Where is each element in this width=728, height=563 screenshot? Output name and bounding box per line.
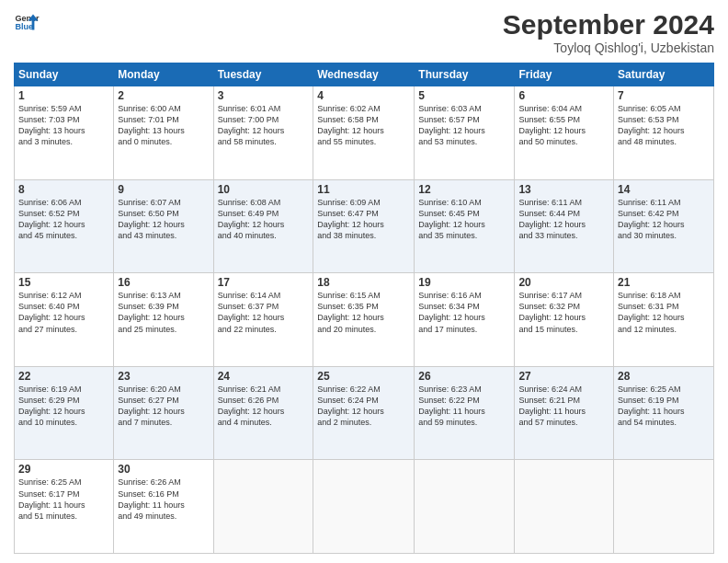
day-cell: 10Sunrise: 6:08 AM Sunset: 6:49 PM Dayli… [213, 179, 313, 273]
day-number: 24 [218, 370, 310, 383]
day-number: 26 [418, 370, 510, 383]
header: General Blue September 2024 Toyloq Qishl… [14, 9, 714, 55]
day-info: Sunrise: 6:11 AM Sunset: 6:44 PM Dayligh… [518, 197, 609, 242]
day-number: 2 [118, 89, 209, 102]
day-number: 27 [518, 370, 609, 383]
day-cell: 9Sunrise: 6:07 AM Sunset: 6:50 PM Daylig… [114, 179, 213, 273]
day-cell: 24Sunrise: 6:21 AM Sunset: 6:26 PM Dayli… [213, 366, 313, 460]
day-cell: 15Sunrise: 6:12 AM Sunset: 6:40 PM Dayli… [15, 273, 114, 367]
day-number: 25 [317, 370, 410, 383]
day-info: Sunrise: 6:03 AM Sunset: 6:57 PM Dayligh… [418, 103, 510, 148]
day-cell: 16Sunrise: 6:13 AM Sunset: 6:39 PM Dayli… [114, 273, 213, 367]
title-block: September 2024 Toyloq Qishlog'i, Uzbekis… [503, 9, 714, 55]
day-number: 1 [18, 89, 109, 102]
day-cell: 4Sunrise: 6:02 AM Sunset: 6:58 PM Daylig… [313, 86, 415, 180]
day-cell: 21Sunrise: 6:18 AM Sunset: 6:31 PM Dayli… [614, 273, 714, 367]
day-cell: 1Sunrise: 5:59 AM Sunset: 7:03 PM Daylig… [15, 86, 114, 180]
day-number: 6 [518, 89, 609, 102]
day-cell: 3Sunrise: 6:01 AM Sunset: 7:00 PM Daylig… [213, 86, 313, 180]
day-info: Sunrise: 6:13 AM Sunset: 6:39 PM Dayligh… [118, 290, 209, 335]
day-number: 5 [418, 89, 510, 102]
weekday-header-friday: Friday [515, 63, 614, 86]
weekday-header-thursday: Thursday [415, 63, 515, 86]
day-cell: 29Sunrise: 6:25 AM Sunset: 6:17 PM Dayli… [15, 460, 114, 554]
day-info: Sunrise: 6:05 AM Sunset: 6:53 PM Dayligh… [618, 103, 710, 148]
weekday-header-sunday: Sunday [15, 63, 114, 86]
day-info: Sunrise: 6:19 AM Sunset: 6:29 PM Dayligh… [18, 384, 109, 429]
day-info: Sunrise: 6:18 AM Sunset: 6:31 PM Dayligh… [618, 290, 710, 335]
day-info: Sunrise: 6:06 AM Sunset: 6:52 PM Dayligh… [18, 197, 109, 242]
day-cell: 2Sunrise: 6:00 AM Sunset: 7:01 PM Daylig… [114, 86, 213, 180]
day-info: Sunrise: 6:23 AM Sunset: 6:22 PM Dayligh… [418, 384, 510, 429]
day-number: 15 [18, 276, 109, 289]
day-cell: 23Sunrise: 6:20 AM Sunset: 6:27 PM Dayli… [114, 366, 213, 460]
day-cell: 22Sunrise: 6:19 AM Sunset: 6:29 PM Dayli… [15, 366, 114, 460]
logo: General Blue [14, 9, 40, 35]
day-info: Sunrise: 6:09 AM Sunset: 6:47 PM Dayligh… [317, 197, 410, 242]
day-info: Sunrise: 6:00 AM Sunset: 7:01 PM Dayligh… [118, 103, 209, 148]
day-cell: 17Sunrise: 6:14 AM Sunset: 6:37 PM Dayli… [213, 273, 313, 367]
day-info: Sunrise: 6:17 AM Sunset: 6:32 PM Dayligh… [518, 290, 609, 335]
day-number: 10 [218, 183, 310, 196]
day-info: Sunrise: 6:02 AM Sunset: 6:58 PM Dayligh… [317, 103, 410, 148]
day-cell: 5Sunrise: 6:03 AM Sunset: 6:57 PM Daylig… [415, 86, 515, 180]
day-number: 11 [317, 183, 410, 196]
day-cell: 27Sunrise: 6:24 AM Sunset: 6:21 PM Dayli… [515, 366, 614, 460]
day-cell: 18Sunrise: 6:15 AM Sunset: 6:35 PM Dayli… [313, 273, 415, 367]
day-cell: 7Sunrise: 6:05 AM Sunset: 6:53 PM Daylig… [614, 86, 714, 180]
day-number: 29 [18, 463, 109, 476]
day-number: 19 [418, 276, 510, 289]
month-title: September 2024 [503, 9, 714, 40]
day-info: Sunrise: 5:59 AM Sunset: 7:03 PM Dayligh… [18, 103, 109, 148]
day-cell: 13Sunrise: 6:11 AM Sunset: 6:44 PM Dayli… [515, 179, 614, 273]
day-info: Sunrise: 6:22 AM Sunset: 6:24 PM Dayligh… [317, 384, 410, 429]
day-cell [313, 460, 415, 554]
day-number: 7 [618, 89, 710, 102]
day-info: Sunrise: 6:08 AM Sunset: 6:49 PM Dayligh… [218, 197, 310, 242]
day-number: 30 [118, 463, 209, 476]
week-row-4: 22Sunrise: 6:19 AM Sunset: 6:29 PM Dayli… [15, 366, 714, 460]
day-cell [515, 460, 614, 554]
day-info: Sunrise: 6:25 AM Sunset: 6:19 PM Dayligh… [618, 384, 710, 429]
day-cell: 14Sunrise: 6:11 AM Sunset: 6:42 PM Dayli… [614, 179, 714, 273]
day-number: 8 [18, 183, 109, 196]
day-info: Sunrise: 6:24 AM Sunset: 6:21 PM Dayligh… [518, 384, 609, 429]
day-cell: 11Sunrise: 6:09 AM Sunset: 6:47 PM Dayli… [313, 179, 415, 273]
day-cell: 8Sunrise: 6:06 AM Sunset: 6:52 PM Daylig… [15, 179, 114, 273]
day-info: Sunrise: 6:01 AM Sunset: 7:00 PM Dayligh… [218, 103, 310, 148]
day-info: Sunrise: 6:10 AM Sunset: 6:45 PM Dayligh… [418, 197, 510, 242]
weekday-header-monday: Monday [114, 63, 213, 86]
day-number: 3 [218, 89, 310, 102]
week-row-5: 29Sunrise: 6:25 AM Sunset: 6:17 PM Dayli… [15, 460, 714, 554]
day-info: Sunrise: 6:12 AM Sunset: 6:40 PM Dayligh… [18, 290, 109, 335]
day-cell: 19Sunrise: 6:16 AM Sunset: 6:34 PM Dayli… [415, 273, 515, 367]
day-info: Sunrise: 6:07 AM Sunset: 6:50 PM Dayligh… [118, 197, 209, 242]
day-cell: 20Sunrise: 6:17 AM Sunset: 6:32 PM Dayli… [515, 273, 614, 367]
week-row-3: 15Sunrise: 6:12 AM Sunset: 6:40 PM Dayli… [15, 273, 714, 367]
day-info: Sunrise: 6:11 AM Sunset: 6:42 PM Dayligh… [618, 197, 710, 242]
logo-icon: General Blue [14, 9, 40, 35]
day-info: Sunrise: 6:21 AM Sunset: 6:26 PM Dayligh… [218, 384, 310, 429]
day-number: 18 [317, 276, 410, 289]
week-row-2: 8Sunrise: 6:06 AM Sunset: 6:52 PM Daylig… [15, 179, 714, 273]
day-cell: 26Sunrise: 6:23 AM Sunset: 6:22 PM Dayli… [415, 366, 515, 460]
day-info: Sunrise: 6:16 AM Sunset: 6:34 PM Dayligh… [418, 290, 510, 335]
day-number: 9 [118, 183, 209, 196]
day-cell: 28Sunrise: 6:25 AM Sunset: 6:19 PM Dayli… [614, 366, 714, 460]
day-cell [213, 460, 313, 554]
day-number: 22 [18, 370, 109, 383]
day-info: Sunrise: 6:26 AM Sunset: 6:16 PM Dayligh… [118, 477, 209, 522]
subtitle: Toyloq Qishlog'i, Uzbekistan [503, 40, 714, 55]
page: General Blue September 2024 Toyloq Qishl… [0, 0, 728, 563]
day-info: Sunrise: 6:15 AM Sunset: 6:35 PM Dayligh… [317, 290, 410, 335]
day-number: 13 [518, 183, 609, 196]
weekday-header-tuesday: Tuesday [213, 63, 313, 86]
day-number: 23 [118, 370, 209, 383]
weekday-header-wednesday: Wednesday [313, 63, 415, 86]
day-info: Sunrise: 6:20 AM Sunset: 6:27 PM Dayligh… [118, 384, 209, 429]
day-cell: 12Sunrise: 6:10 AM Sunset: 6:45 PM Dayli… [415, 179, 515, 273]
day-number: 16 [118, 276, 209, 289]
day-cell [614, 460, 714, 554]
day-number: 14 [618, 183, 710, 196]
day-info: Sunrise: 6:25 AM Sunset: 6:17 PM Dayligh… [18, 477, 109, 522]
